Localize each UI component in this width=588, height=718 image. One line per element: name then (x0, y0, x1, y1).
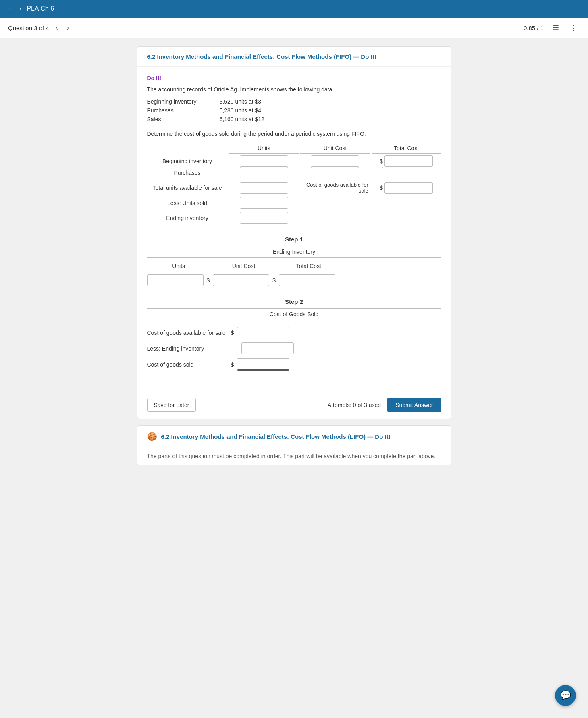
step1-dollar2: $ (272, 277, 276, 284)
bi-label-text: Beginning inventory (162, 158, 212, 164)
main-content: 6.2 Inventory Methods and Financial Effe… (129, 38, 459, 473)
bi-units-cell (229, 155, 299, 167)
purch-unitcost-input[interactable] (311, 167, 359, 178)
purch-label-text: Purchases (174, 170, 200, 176)
ending-inv-units-input[interactable] (240, 212, 288, 224)
next-question-button[interactable]: › (64, 23, 72, 33)
units-sold-input[interactable] (240, 197, 288, 209)
data-row: Beginning inventory 3,520 units at $3 (147, 98, 441, 105)
cogs-avail-cell: $ (372, 182, 441, 194)
question-label: Question 3 of 4 (8, 25, 49, 31)
purch-units-cell (229, 167, 299, 178)
total-avail-units-cell (229, 182, 299, 194)
cogs-avail-text: Cost of goods available for sale (300, 182, 368, 194)
top-bar-title: ← PLA Ch 6 (19, 5, 54, 12)
save-button[interactable]: Save for Later (147, 398, 196, 412)
card-footer: Save for Later Attempts: 0 of 3 used Sub… (137, 391, 451, 419)
do-it-label: Do It! (147, 75, 441, 81)
submit-button[interactable]: Submit Answer (387, 398, 441, 412)
units-header: Units (229, 145, 299, 154)
prev-question-button[interactable]: ‹ (53, 23, 60, 33)
total-avail-label-text: Total units available for sale (153, 185, 222, 191)
step2-ending-input[interactable] (241, 342, 294, 354)
step2-section: Step 2 Cost of Goods Sold Cost of goods … (147, 298, 441, 371)
cogs-avail-dollar: $ (380, 185, 383, 191)
card-body: Do It! The accounting records of Oriole … (137, 67, 451, 391)
cogs-avail-label: Cost of goods available for sale (300, 182, 370, 194)
step1-unitcost-input[interactable] (213, 274, 269, 286)
step2-cogs-sold-input[interactable] (237, 358, 289, 371)
data-value-1: 5,280 units at $4 (220, 107, 262, 114)
locked-card: 🍪 6.2 Inventory Methods and Financial Ef… (137, 425, 451, 465)
back-button[interactable]: ← (8, 5, 15, 12)
list-icon[interactable]: ☰ (550, 23, 561, 33)
units-sold-units-cell (229, 197, 299, 209)
data-label-0: Beginning inventory (147, 98, 220, 105)
fifo-table: Units Unit Cost Total Cost Beginning inv… (147, 145, 441, 224)
bi-dollar: $ (380, 158, 383, 164)
step2-cogs-sold-row: Cost of goods sold $ (147, 358, 441, 371)
empty-header (147, 145, 228, 154)
total-cost-header: Total Cost (372, 145, 441, 154)
cookie-icon: 🍪 (147, 432, 157, 441)
bi-unitcost-cell (300, 155, 370, 167)
bi-unitcost-input[interactable] (311, 155, 359, 167)
total-avail-label: Total units available for sale (147, 185, 228, 191)
card-header: 6.2 Inventory Methods and Financial Effe… (137, 47, 451, 67)
intro-text: The accounting records of Oriole Ag. Imp… (147, 86, 441, 93)
menu-icon[interactable]: ⋮ (568, 23, 580, 33)
score-display: 0.85 / 1 (524, 25, 544, 31)
nav-left: Question 3 of 4 ‹ › (8, 23, 72, 33)
beginning-inventory-row: Beginning inventory $ (147, 155, 441, 167)
units-sold-label-text: Less: Units sold (167, 200, 207, 206)
footer-right: Attempts: 0 of 3 used Submit Answer (328, 398, 441, 412)
step1-subtitle: Ending Inventory (273, 249, 315, 255)
step1-unitcost-hdr: Unit Cost (212, 263, 275, 271)
step1-totalcost-input[interactable] (279, 274, 335, 286)
units-sold-label: Less: Units sold (147, 200, 228, 206)
total-avail-units-input[interactable] (240, 182, 288, 194)
purch-units-input[interactable] (240, 167, 288, 178)
purch-totalcost-input[interactable] (382, 167, 430, 178)
step2-ending-row: Less: Ending inventory (147, 342, 441, 354)
bi-units-input[interactable] (240, 155, 288, 167)
step2-cogs-avail-input[interactable] (237, 327, 289, 338)
locked-card-text: The parts of this question must be compl… (147, 453, 436, 459)
step1-dollar1: $ (207, 277, 210, 284)
total-avail-row: Total units available for sale Cost of g… (147, 182, 441, 194)
locked-card-header: 🍪 6.2 Inventory Methods and Financial Ef… (137, 426, 451, 447)
data-value-0: 3,520 units at $3 (220, 98, 262, 105)
step1-title: Step 1 (147, 236, 441, 243)
data-label-1: Purchases (147, 107, 220, 114)
step1-units-hdr: Units (147, 263, 210, 271)
cogs-avail-input[interactable] (384, 182, 433, 194)
data-value-2: 6,160 units at $12 (220, 116, 264, 122)
top-bar: ← ← PLA Ch 6 (0, 0, 588, 18)
data-label-2: Sales (147, 116, 220, 122)
step1-col-headers: Units Unit Cost Total Cost (147, 263, 341, 271)
step2-ending-label: Less: Ending inventory (147, 345, 228, 352)
purchases-row: Purchases (147, 167, 441, 178)
fifo-col-headers: Units Unit Cost Total Cost (147, 145, 441, 154)
locked-card-body: The parts of this question must be compl… (137, 447, 451, 465)
ending-inv-label-text: Ending inventory (166, 215, 208, 221)
question-card: 6.2 Inventory Methods and Financial Effe… (137, 46, 451, 419)
purch-unitcost-cell (300, 167, 370, 178)
determine-text: Determine the cost of goods sold during … (147, 131, 441, 137)
unit-cost-header: Unit Cost (300, 145, 370, 154)
step2-title: Step 2 (147, 298, 441, 305)
question-nav: Question 3 of 4 ‹ › 0.85 / 1 ☰ ⋮ (0, 18, 588, 38)
ending-inv-units-cell (229, 212, 299, 224)
nav-right: 0.85 / 1 ☰ ⋮ (524, 23, 580, 33)
step1-units-input[interactable] (147, 274, 204, 286)
data-table: Beginning inventory 3,520 units at $3 Pu… (147, 98, 441, 122)
step2-dollar2: $ (231, 361, 234, 368)
step2-dollar1: $ (231, 330, 234, 336)
purch-label: Purchases (147, 170, 228, 176)
bi-totalcost-input[interactable] (384, 155, 433, 167)
data-row: Purchases 5,280 units at $4 (147, 107, 441, 114)
step1-section: Step 1 Ending Inventory Units Unit Cost … (147, 236, 441, 286)
card-title: 6.2 Inventory Methods and Financial Effe… (147, 53, 441, 60)
step1-totalcost-hdr: Total Cost (277, 263, 340, 271)
step2-cogs-avail-row: Cost of goods available for sale $ (147, 327, 441, 338)
